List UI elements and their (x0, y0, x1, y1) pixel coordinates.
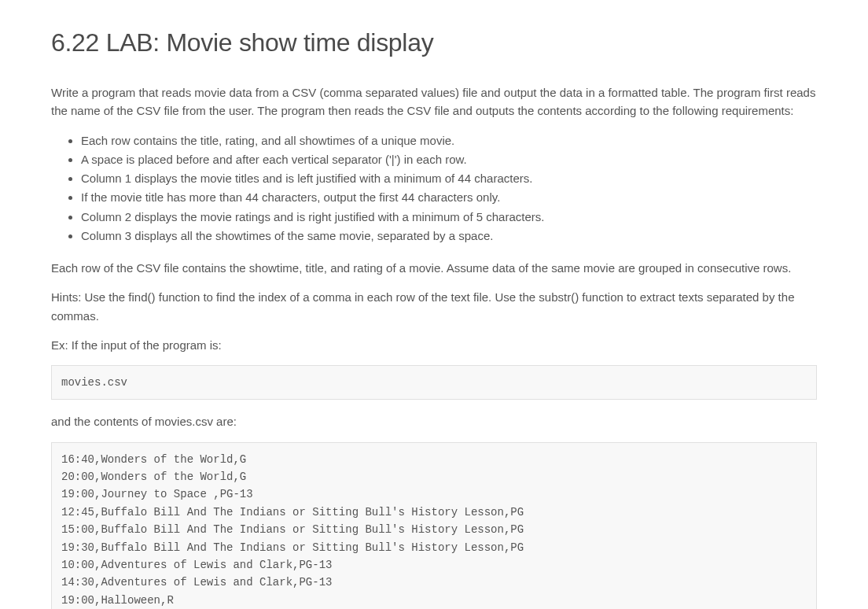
page-title: 6.22 LAB: Movie show time display (51, 24, 817, 61)
input-filename-block: movies.csv (51, 365, 817, 400)
intro-paragraph: Write a program that reads movie data fr… (51, 83, 817, 120)
list-item: If the movie title has more than 44 char… (81, 188, 817, 206)
list-item: Column 3 displays all the showtimes of t… (81, 227, 817, 245)
hints-paragraph: Hints: Use the find() function to find t… (51, 288, 817, 325)
list-item: Column 2 displays the movie ratings and … (81, 208, 817, 226)
contents-label: and the contents of movies.csv are: (51, 412, 817, 430)
example-label: Ex: If the input of the program is: (51, 336, 817, 354)
list-item: A space is placed before and after each … (81, 150, 817, 168)
csv-contents-block: 16:40,Wonders of the World,G 20:00,Wonde… (51, 442, 817, 609)
csv-note-paragraph: Each row of the CSV file contains the sh… (51, 259, 817, 277)
list-item: Column 1 displays the movie titles and i… (81, 169, 817, 187)
requirements-list: Each row contains the title, rating, and… (51, 131, 817, 245)
list-item: Each row contains the title, rating, and… (81, 131, 817, 149)
